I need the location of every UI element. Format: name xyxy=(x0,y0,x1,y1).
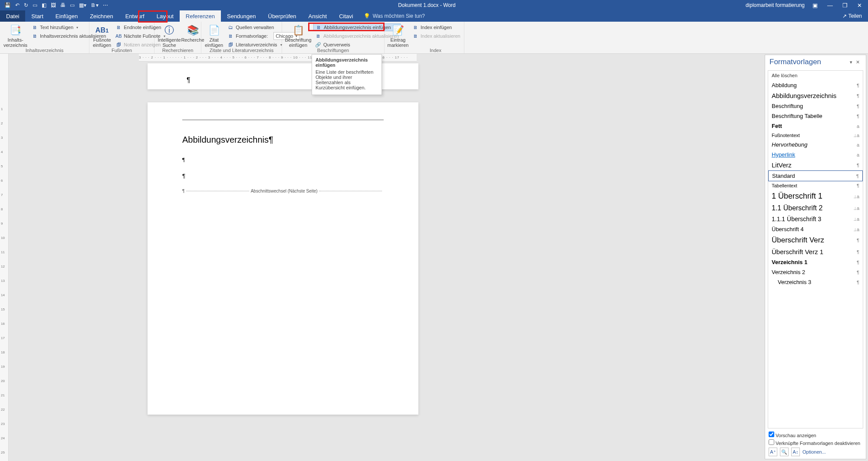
tab-start[interactable]: Start xyxy=(25,10,49,22)
smart-lookup-button[interactable]: ⓘIntelligenteSuche xyxy=(158,23,181,48)
insert-caption-button[interactable]: 📋Beschriftungeinfügen xyxy=(286,23,311,48)
tab-überprüfen[interactable]: Überprüfen xyxy=(262,10,302,22)
tab-referenzen[interactable]: Referenzen xyxy=(180,10,221,22)
style-item[interactable]: Verzeichnis 1¶ xyxy=(768,257,863,267)
group-label: Inhaltsverzeichnis xyxy=(0,48,89,53)
cross-reference-label: Querverweis xyxy=(323,42,350,47)
style-item[interactable]: Verzeichnis 2¶ xyxy=(768,267,863,277)
style-item[interactable]: Tabellentext¶ xyxy=(768,181,863,190)
linked-styles-label: Verknüpfte Formatvorlagen deaktivieren xyxy=(776,441,860,446)
style-inspector-icon[interactable]: 🔍 xyxy=(780,448,789,456)
insert-citation-button[interactable]: 📄Zitateinfügen xyxy=(205,23,223,48)
style-item[interactable]: 1.1 Überschrift 2⟂a xyxy=(768,203,863,214)
style-item[interactable]: Verzeichnis 3¶ xyxy=(768,277,863,287)
styles-list[interactable]: Alle löschen Abbildung¶Abbildungsverzeic… xyxy=(768,70,863,428)
style-item[interactable]: Beschriftung¶ xyxy=(768,101,863,111)
qat-icon[interactable]: ◧ xyxy=(42,2,46,8)
citation-icon: 📄 xyxy=(207,23,221,37)
group-label: Fußnoten xyxy=(89,48,154,53)
crossref-icon: 🔗 xyxy=(315,42,321,48)
tab-citavi[interactable]: Citavi xyxy=(333,10,359,22)
style-item[interactable]: Fetta xyxy=(768,121,863,131)
tab-layout[interactable]: Layout xyxy=(151,10,180,22)
mark-entry-button[interactable]: 📝Eintragmarkieren xyxy=(388,23,408,48)
account-name[interactable]: diplomarbeit formatierung xyxy=(746,2,805,8)
manage-styles-icon[interactable]: A↕ xyxy=(791,448,800,456)
print-icon[interactable]: 🖶 xyxy=(60,2,66,8)
refresh-icon: 🗎 xyxy=(412,33,418,39)
smart-lookup-icon: ⓘ xyxy=(162,23,176,37)
preview-checkbox[interactable]: Vorschau anzeigen xyxy=(769,432,862,438)
insert-index-button[interactable]: 🗎Index einfügen xyxy=(411,23,462,31)
qat-icon[interactable]: ▭ xyxy=(33,2,37,8)
new-style-icon[interactable]: A⁺ xyxy=(769,448,777,456)
group-label: Index xyxy=(407,48,464,53)
footnote-button[interactable]: AB1Fußnoteeinfügen xyxy=(93,23,111,48)
ribbon-options-icon[interactable]: ▣ xyxy=(811,2,819,9)
tab-ansicht[interactable]: Ansicht xyxy=(302,10,333,22)
mark-entry-icon: 📝 xyxy=(391,23,405,37)
tab-entwurf[interactable]: Entwurf xyxy=(119,10,151,22)
page-rule xyxy=(182,120,384,120)
undo-icon[interactable]: ↶ xyxy=(15,2,20,8)
research-button[interactable]: 📚Recherche xyxy=(183,23,202,43)
redo-icon[interactable]: ↻ xyxy=(24,2,28,8)
page-current[interactable]: Abbildungsverzeichnis¶ ¶ ¶ ¶Abschnittswe… xyxy=(148,102,418,415)
style-item[interactable]: Abbildung¶ xyxy=(768,80,863,90)
maximize-icon[interactable]: ❐ xyxy=(841,2,849,9)
style-item[interactable]: LitVerz¶ xyxy=(768,160,863,170)
quick-access-toolbar: 💾 ↶ ↻ ▭ ◧ 🖼 🖶 ▭ ▦▾ 🗎▾ ⋯ xyxy=(0,2,108,8)
update-index-label: Index aktualisieren xyxy=(421,33,460,39)
qat-icon[interactable]: 🖼 xyxy=(51,2,56,8)
page-icon[interactable]: 🗎▾ xyxy=(91,2,99,8)
style-label: Formatvorlage: xyxy=(236,33,268,39)
linked-styles-checkbox[interactable]: Verknüpfte Formatvorlagen deaktivieren xyxy=(769,439,862,446)
style-icon: 🗎 xyxy=(227,33,233,39)
group-label: Beschriftungen xyxy=(282,48,384,53)
style-item[interactable]: Überschrift 4⟂a xyxy=(768,224,863,234)
style-item[interactable]: Überschrift Verz 1¶ xyxy=(768,246,863,257)
pane-dropdown-icon[interactable]: ▾ xyxy=(848,59,854,65)
style-item[interactable]: Hervorhebunga xyxy=(768,140,863,150)
tab-file[interactable]: Datei xyxy=(0,10,25,22)
refresh-icon: 🗎 xyxy=(32,33,38,39)
notes-icon: 🗐 xyxy=(115,42,122,48)
ribbon-tabs: Datei StartEinfügenZeichnenEntwurfLayout… xyxy=(0,10,868,22)
tab-zeichnen[interactable]: Zeichnen xyxy=(84,10,119,22)
lightbulb-icon: 💡 xyxy=(364,13,370,19)
clear-all-button[interactable]: Alle löschen xyxy=(768,71,863,80)
minimize-icon[interactable]: — xyxy=(825,2,835,9)
table-icon[interactable]: ▦▾ xyxy=(79,2,86,8)
share-icon: ↗ xyxy=(842,13,847,19)
preview-label: Vorschau anzeigen xyxy=(776,433,816,438)
section-break: ¶Abschnittswechsel (Nächste Seite) xyxy=(182,189,384,193)
style-item[interactable]: Fußnotentext⟂a xyxy=(768,131,863,140)
insert-index-label: Index einfügen xyxy=(421,25,452,30)
style-item[interactable]: Hyperlinka xyxy=(768,150,863,160)
toc-icon: 📑 xyxy=(9,23,23,37)
tell-me[interactable]: 💡Was möchten Sie tun? xyxy=(364,10,425,22)
styles-options-link[interactable]: Optionen... xyxy=(802,448,826,456)
qat-more-icon[interactable]: ⋯ xyxy=(103,2,108,8)
tab-sendungen[interactable]: Sendungen xyxy=(221,10,262,22)
style-item[interactable]: Überschrift Verz¶ xyxy=(768,234,863,246)
toc-button[interactable]: 📑Inhalts-verzeichnis xyxy=(3,23,27,48)
qat-icon[interactable]: ▭ xyxy=(70,2,75,8)
research-label: Recherche xyxy=(181,37,204,43)
style-item[interactable]: Beschriftung Tabelle¶ xyxy=(768,111,863,121)
mark-entry-label: Eintragmarkieren xyxy=(388,37,409,48)
index-icon: 🗎 xyxy=(412,24,418,30)
pilcrow: ¶ xyxy=(182,173,384,179)
pane-close-icon[interactable]: ✕ xyxy=(854,59,861,65)
style-item[interactable]: 1 Überschrift 1⟂a xyxy=(768,190,863,203)
save-icon[interactable]: 💾 xyxy=(4,2,11,8)
style-item[interactable]: Standard¶ xyxy=(768,170,863,181)
close-icon[interactable]: ✕ xyxy=(855,2,864,9)
style-item[interactable]: Abbildungsverzeichnis¶ xyxy=(768,90,863,101)
style-item[interactable]: 1.1.1 Überschrift 3⟂a xyxy=(768,214,863,224)
tell-me-text: Was möchten Sie tun? xyxy=(373,13,425,19)
tab-einfügen[interactable]: Einfügen xyxy=(49,10,84,22)
share-button[interactable]: ↗ Teilen xyxy=(836,10,868,22)
doc-heading[interactable]: Abbildungsverzeichnis¶ xyxy=(182,135,384,145)
pilcrow: ¶ xyxy=(187,76,191,84)
